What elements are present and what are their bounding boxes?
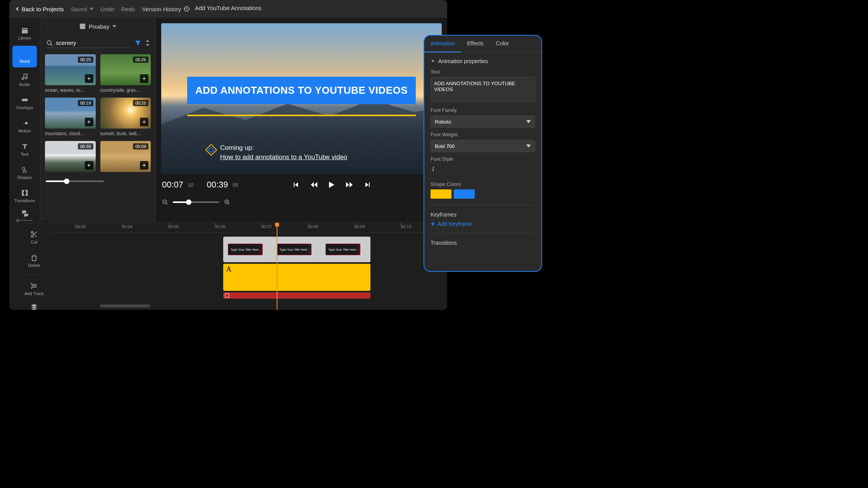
sidebar-text[interactable]: Text	[12, 139, 37, 160]
search-input[interactable]	[56, 40, 130, 46]
stock-thumb[interactable]: 00:19+mountains, cloud...	[45, 98, 96, 136]
svg-point-11	[31, 232, 33, 234]
timeline-ruler[interactable]: 00:03 00:04 00:05 00:06 00:07 00:08 00:0…	[50, 223, 447, 233]
text-label: Text	[431, 69, 535, 75]
svg-point-2	[25, 122, 28, 125]
forward-button[interactable]	[346, 182, 353, 188]
edit-sidebar: Cut Delete Add Track	[19, 221, 50, 310]
add-icon[interactable]: +	[140, 74, 148, 83]
search-icon	[46, 40, 53, 46]
title-clip[interactable]: Type Your Title Here	[277, 244, 312, 255]
text-input[interactable]	[431, 77, 535, 102]
sort-icon[interactable]	[145, 40, 150, 46]
italic-toggle[interactable]: I	[431, 164, 535, 174]
topbar: Back to Projects Saved Undo Redo Version…	[9, 0, 447, 18]
font-style-label: Font Style	[431, 156, 535, 162]
keyframes-label: Keyframes	[431, 211, 535, 218]
stock-thumb[interactable]: 00:25+ocean, waves, sc...	[45, 54, 96, 93]
font-weight-label: Font Weight	[431, 132, 535, 137]
zoom-out-icon[interactable]	[162, 199, 168, 205]
shape-colors-label: Shape Colors	[431, 181, 535, 187]
transport-bar: 00:0710 00:3905 110%	[156, 174, 447, 195]
current-time: 00:07	[162, 180, 183, 190]
svg-rect-6	[80, 24, 85, 29]
video-track[interactable]: Type Your Title Here Type Your Title Her…	[223, 237, 370, 262]
transitions-label: Transitions	[431, 240, 535, 246]
svg-point-4	[22, 123, 23, 124]
sidebar-overlays[interactable]: Overlays	[12, 92, 37, 114]
timeline-scrollbar[interactable]	[100, 304, 150, 308]
project-title: Add YouTube Annotations	[195, 5, 262, 11]
back-label: Back to Projects	[22, 6, 64, 12]
font-weight-select[interactable]: Bold 700	[431, 140, 535, 152]
underline-shape	[187, 115, 416, 116]
add-icon[interactable]: +	[140, 118, 148, 126]
color-swatch[interactable]	[431, 189, 451, 199]
tab-animation[interactable]: Animation	[424, 36, 461, 52]
stock-thumb[interactable]: 00:25+sunset, dusk, twili...	[100, 98, 151, 136]
thumbnail-grid: 00:25+ocean, waves, sc... 00:25+countrys…	[40, 50, 155, 177]
play-button[interactable]	[329, 182, 334, 188]
chevron-down-icon	[431, 59, 435, 64]
sidebar-audio[interactable]: Audio	[12, 69, 37, 91]
total-time: 00:39	[207, 180, 228, 190]
stock-source-select[interactable]: Pixabay	[40, 18, 155, 35]
filter-icon[interactable]	[134, 40, 141, 46]
skip-start-button[interactable]	[293, 182, 299, 188]
preview-canvas[interactable]: ADD ANNOTATIONS TO YOUTUBE VIDEOS Coming…	[161, 23, 442, 174]
stock-thumb[interactable]: 00:08+	[100, 141, 151, 172]
sidebar-stock[interactable]: Stock	[12, 46, 37, 67]
svg-point-5	[22, 167, 25, 170]
font-family-select[interactable]: Roboto	[431, 115, 535, 128]
section-header[interactable]: Animation properties	[431, 58, 535, 64]
audio-track[interactable]	[223, 292, 370, 299]
save-status[interactable]: Saved	[71, 6, 93, 12]
sidebar-library[interactable]: Library	[12, 22, 37, 44]
add-track-button[interactable]: Add Track	[22, 278, 46, 300]
delete-button[interactable]: Delete	[22, 250, 46, 271]
version-history[interactable]: Version History	[142, 6, 190, 12]
cut-button[interactable]: Cut	[22, 227, 46, 248]
tab-effects[interactable]: Effects	[461, 36, 490, 52]
svg-point-7	[47, 41, 51, 45]
thumb-zoom-slider[interactable]	[46, 180, 104, 182]
stock-thumb[interactable]: 00:25+countryside, gras...	[100, 54, 151, 93]
text-track[interactable]: A	[223, 264, 370, 291]
timeline: 00:03 00:04 00:05 00:06 00:07 00:08 00:0…	[50, 222, 447, 310]
svg-point-12	[31, 235, 33, 237]
undo-button[interactable]: Undo	[100, 6, 114, 12]
svg-rect-1	[22, 99, 28, 101]
svg-point-3	[23, 122, 24, 124]
tab-color[interactable]: Color	[490, 36, 515, 52]
color-swatch[interactable]	[454, 189, 475, 199]
playhead[interactable]	[277, 223, 277, 310]
rewind-button[interactable]	[310, 182, 317, 188]
diamond-icon	[205, 144, 217, 156]
font-family-label: Font Family	[431, 107, 535, 113]
back-to-projects[interactable]: Back to Projects	[16, 6, 64, 12]
add-keyframe-button[interactable]: Add Keyframe	[431, 221, 535, 227]
layers-button[interactable]	[22, 301, 46, 310]
timeline-zoom-slider[interactable]	[173, 201, 219, 203]
title-clip[interactable]: Type Your Title Here	[326, 244, 360, 255]
add-icon[interactable]: +	[85, 118, 93, 126]
redo-button[interactable]: Redo	[121, 6, 135, 12]
stock-thumb[interactable]: 00:39+	[45, 141, 96, 172]
add-icon[interactable]: +	[85, 161, 93, 170]
skip-end-button[interactable]	[365, 182, 371, 188]
sidebar-shapes[interactable]: Shapes	[12, 162, 37, 184]
sidebar-motion[interactable]: Motion	[12, 115, 37, 137]
title-banner: ADD ANNOTATIONS TO YOUTUBE VIDEOS	[187, 77, 416, 104]
title-clip[interactable]: Type Your Title Here	[228, 244, 263, 255]
coming-up-overlay: Coming up: How to add annotations to a Y…	[207, 143, 347, 162]
zoom-in-icon[interactable]	[224, 199, 230, 205]
sidebar-transitions[interactable]: Transitions	[12, 185, 37, 207]
inspector-panel: Animation Effects Color Animation proper…	[424, 35, 542, 272]
add-icon[interactable]: +	[140, 161, 148, 170]
svg-rect-10	[225, 294, 229, 297]
add-icon[interactable]: +	[85, 74, 93, 83]
